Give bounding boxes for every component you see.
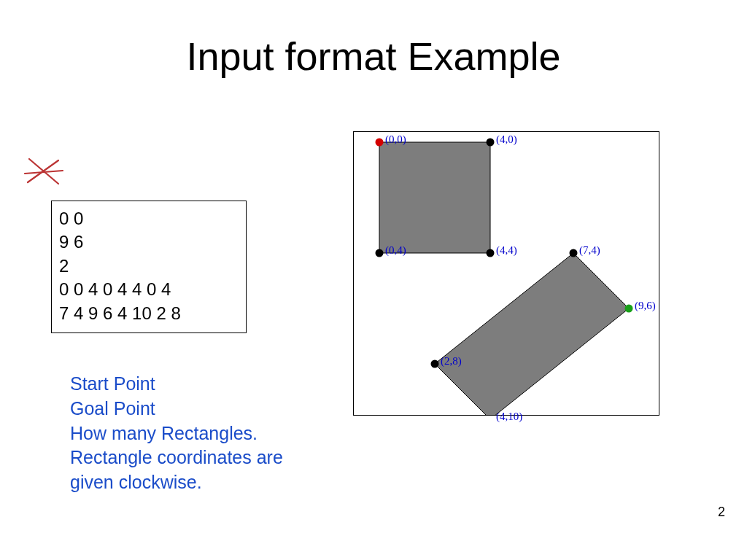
caption-line: Start Point: [70, 372, 318, 397]
coord-label: (4,4): [496, 244, 517, 257]
input-line: 2: [59, 254, 239, 278]
input-format-box: 0 0 9 6 2 0 0 4 0 4 4 0 4 7 4 9 6 4 10 2…: [51, 201, 247, 333]
vertex-dot: [376, 139, 384, 147]
coord-label: (0,0): [385, 133, 406, 146]
coord-label: (4,0): [496, 133, 517, 146]
vertex-dot: [376, 249, 384, 257]
geometry-diagram: (0,0)(4,0)(0,4)(4,4)(7,4)(9,6)(2,8)(4,10…: [353, 131, 659, 416]
input-format-caption: Start Point Goal Point How many Rectangl…: [70, 372, 318, 495]
coord-label: (9,6): [635, 300, 656, 312]
caption-line: Rectangle coordinates are given clockwis…: [70, 446, 318, 495]
caption-line: How many Rectangles.: [70, 421, 318, 446]
vertex-dot: [487, 139, 495, 147]
vertex-dot: [431, 360, 439, 368]
coord-label: (2,8): [441, 355, 462, 368]
slide-title: Input format Example: [0, 34, 747, 79]
page-number: 2: [718, 505, 725, 520]
input-line: 0 0: [59, 207, 239, 230]
vertex-dot: [487, 249, 495, 257]
coord-label: (0,4): [385, 244, 406, 257]
obstacle-polygon: [435, 253, 629, 415]
asterisk-mark-icon: [22, 152, 66, 195]
input-line: 7 4 9 6 4 10 2 8: [59, 302, 239, 325]
obstacle-polygon: [379, 142, 490, 253]
coord-label: (7,4): [579, 244, 600, 257]
coord-label: (4,10): [496, 411, 522, 423]
input-line: 9 6: [59, 230, 239, 254]
caption-line: Goal Point: [70, 397, 318, 421]
vertex-dot: [625, 305, 633, 313]
vertex-dot: [570, 249, 578, 257]
input-line: 0 0 4 0 4 4 0 4: [59, 278, 239, 301]
